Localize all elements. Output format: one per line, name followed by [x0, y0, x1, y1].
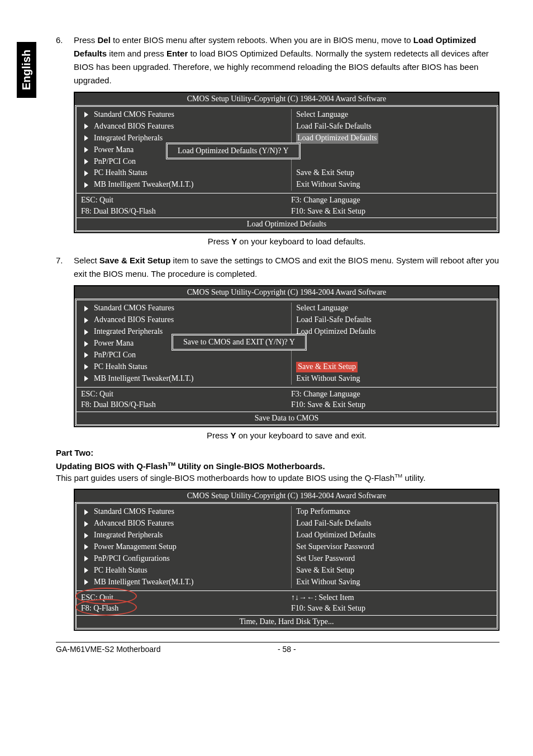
t: item and press [107, 49, 166, 58]
highlight-circle-icon [75, 599, 137, 616]
triangle-icon [84, 135, 88, 141]
label: PnP/PCI Con [94, 350, 136, 361]
menu-item [296, 338, 492, 349]
menu-item: Integrated Peripherals [81, 530, 287, 541]
triangle-icon [84, 147, 88, 153]
menu-item: Standard CMOS Features [81, 109, 287, 121]
t: Y [231, 431, 236, 440]
menu-item: Advanced BIOS Features [81, 121, 287, 133]
label: Load Fail-Safe Defaults [296, 121, 372, 132]
help-line: F10: Save & Exit Setup [291, 399, 492, 410]
menu-item [296, 144, 492, 156]
menu-item: Set Supervisor Password [296, 541, 492, 553]
menu-item: Standard CMOS Features [81, 303, 287, 314]
t: on your keyboard to load defaults. [237, 237, 365, 246]
label: Standard CMOS Features [94, 303, 174, 314]
bios-footer: Load Optimized Defaults [77, 218, 497, 230]
t: Press [207, 431, 231, 440]
menu-item: PC Health Status [81, 167, 287, 179]
bios-footer: Save Data to CMOS [77, 412, 497, 424]
t: Select [74, 256, 99, 265]
label: Load Fail-Safe Defaults [296, 315, 372, 325]
menu-item: PC Health Status [81, 565, 287, 577]
menu-item: Save & Exit Setup [296, 361, 492, 373]
footer-page-number: - 58 - [278, 645, 499, 654]
label: PC Health Status [94, 362, 147, 372]
step-6: 6. Press Del to enter BIOS menu after sy… [56, 34, 499, 87]
tm-icon: TM [168, 461, 175, 467]
menu-item: Load Optimized Defaults [296, 326, 492, 338]
menu-item: Advanced BIOS Features [81, 518, 287, 530]
menu-item: Load Fail-Safe Defaults [296, 121, 492, 133]
step-7: 7. Select Save & Exit Setup item to save… [56, 254, 499, 281]
confirm-dialog: Save to CMOS and EXIT (Y/N)? Y [172, 334, 307, 351]
footer-left: GA-M61VME-S2 Motherboard [56, 645, 278, 654]
bios-footer: Time, Date, Hard Disk Type... [77, 615, 497, 628]
menu-item: Advanced BIOS Features [81, 314, 287, 326]
menu-item: PnP/PCI Configurations [81, 553, 287, 565]
menu-item: Load Optimized Defaults [296, 133, 492, 144]
label: Advanced BIOS Features [94, 121, 174, 132]
triangle-icon [84, 171, 88, 176]
menu-item: Exit Without Saving [296, 373, 492, 385]
menu-item: Select Language [296, 109, 492, 121]
help-left: ESC: Quit F8: Dual BIOS/Q-Flash [77, 193, 287, 218]
t: Save & Exit Setup [99, 256, 171, 265]
part-two-heading: Part Two: [56, 448, 499, 457]
t: utility. [402, 473, 425, 483]
menu-item: Load Fail-Safe Defaults [296, 518, 492, 530]
help-right: F3: Change Language F10: Save & Exit Set… [287, 388, 497, 412]
label: Load Optimized Defaults [296, 530, 375, 541]
triangle-icon [84, 509, 88, 515]
label: Standard CMOS Features [94, 507, 174, 517]
caption-1: Press Y on your keyboard to load default… [74, 237, 499, 246]
label: MB Intelligent Tweaker(M.I.T.) [94, 179, 194, 190]
language-tab: English [17, 42, 36, 98]
label: Select Language [296, 110, 348, 120]
menu-item [296, 349, 492, 361]
menu-item: Load Fail-Safe Defaults [296, 314, 492, 326]
menu-item: Save & Exit Setup [296, 565, 492, 577]
bios-screenshot-1: CMOS Setup Utility-Copyright (C) 1984-20… [74, 92, 499, 233]
help-line: F8: Dual BIOS/Q-Flash [81, 206, 282, 217]
bios-screenshot-3: CMOS Setup Utility-Copyright (C) 1984-20… [74, 489, 499, 630]
menu-item: Set User Password [296, 553, 492, 565]
help-line: ESC: Quit [81, 389, 282, 400]
menu-item: Power Management Setup [81, 541, 287, 553]
help-line: ↑↓→←: Select Item [291, 592, 492, 603]
label: Integrated Peripherals [94, 327, 163, 337]
triangle-icon [84, 329, 88, 335]
label: MB Intelligent Tweaker(M.I.T.) [94, 374, 194, 384]
menu-item: Standard CMOS Features [81, 506, 287, 518]
label: Integrated Peripherals [94, 530, 163, 541]
menu-item: Top Performance [296, 506, 492, 518]
label-highlighted: Load Optimized Defaults [296, 133, 378, 144]
t: This part guides users of single-BIOS mo… [56, 473, 394, 483]
label: Load Optimized Defaults [296, 327, 375, 337]
triangle-icon [84, 318, 88, 323]
triangle-icon [84, 556, 88, 561]
menu-item [296, 156, 492, 168]
label: Standard CMOS Features [94, 110, 174, 120]
label: Power Management Setup [94, 542, 177, 552]
step-text: Press Del to enter BIOS menu after syste… [74, 34, 499, 87]
bios-title: CMOS Setup Utility-Copyright (C) 1984-20… [75, 93, 498, 105]
label: Power Mana [94, 145, 134, 155]
label: Save & Exit Setup [296, 565, 354, 576]
menu-item: PC Health Status [81, 361, 287, 373]
help-line: F10: Save & Exit Setup [291, 603, 492, 614]
label: PnP/PCI Configurations [94, 554, 170, 564]
bios-screenshot-2: CMOS Setup Utility-Copyright (C) 1984-20… [74, 285, 499, 427]
menu-item: PnP/PCI Con [81, 349, 287, 361]
triangle-icon [84, 182, 88, 188]
t: Y [231, 237, 237, 246]
page-footer: GA-M61VME-S2 Motherboard - 58 - [56, 642, 499, 654]
label: Load Fail-Safe Defaults [296, 518, 372, 529]
step-number: 6. [56, 34, 74, 87]
confirm-dialog: Load Optimized Defaults (Y/N)? Y [166, 143, 301, 159]
menu-item: Load Optimized Defaults [296, 530, 492, 541]
triangle-icon [84, 521, 88, 527]
help-right: F3: Change Language F10: Save & Exit Set… [287, 193, 497, 218]
t: Del [98, 35, 111, 45]
bios-title: CMOS Setup Utility-Copyright (C) 1984-20… [75, 490, 498, 502]
